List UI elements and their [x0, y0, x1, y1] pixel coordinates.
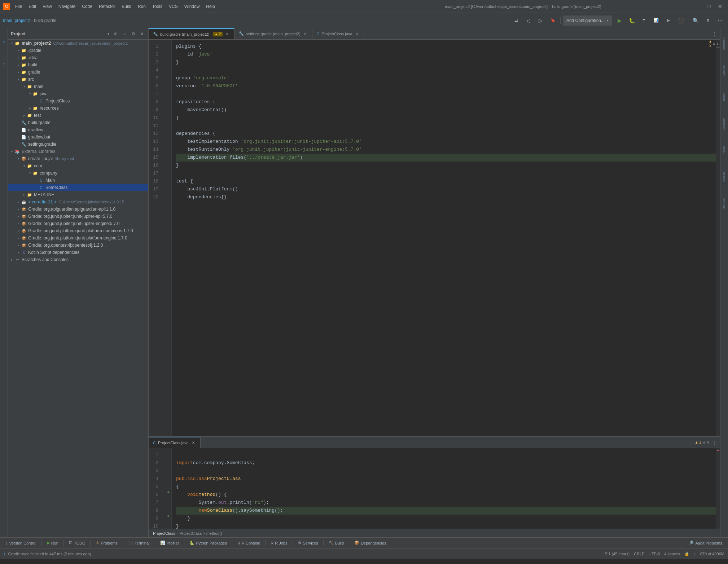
tree-item-resources[interactable]: ▸ 📁 resources — [8, 105, 148, 112]
menu-edit[interactable]: Edit — [26, 3, 39, 10]
audit-problems-button[interactable]: 🔎 Audit Problems — [686, 539, 725, 546]
dependencies-button[interactable]: 📦 Dependencies — [351, 539, 389, 546]
menu-window[interactable]: Window — [181, 3, 203, 10]
tree-item-java-dir[interactable]: ▾ 📁 java — [8, 90, 148, 97]
tab-projectclass[interactable]: C ProjectClass.java ✕ — [312, 28, 364, 39]
memory-usage[interactable]: 670 of 4096M — [700, 552, 724, 556]
tree-item-gradlewbat[interactable]: ▸ 📄 gradlew.bat — [8, 133, 148, 141]
expand-warnings[interactable]: ∧ — [713, 41, 715, 46]
collapse-warnings[interactable]: ∨ — [716, 41, 719, 46]
tree-item-platform-commons[interactable]: ▸ 📦 Gradle: org.junit.platform:junit-pla… — [8, 227, 148, 234]
tree-item-main-class[interactable]: ▸ C Main — [8, 177, 148, 184]
projectclass-editor[interactable]: 1 2 3 4 5 6 7 8 9 10 11 — [149, 448, 720, 529]
project-panel-icon[interactable]: P — [0, 31, 8, 53]
openapi-panel-icon[interactable]: OpenAPI — [721, 111, 728, 136]
menu-build[interactable]: Build — [119, 3, 134, 10]
menu-refactor[interactable]: Refactor — [96, 3, 118, 10]
tab-close-icon[interactable]: ✕ — [303, 31, 308, 36]
bookmark-icon[interactable]: 🔖 — [548, 16, 558, 26]
status-indent[interactable]: 4 spaces — [664, 552, 680, 556]
services-button[interactable]: ⚙ Services — [295, 539, 321, 546]
code-content-build-gradle[interactable]: plugins { id 'java' } group 'org.example… — [172, 40, 716, 436]
nav-up-icon[interactable]: ∧ — [703, 440, 705, 444]
tree-item-main[interactable]: ▾ 📁 main — [8, 83, 148, 90]
stop-button[interactable]: ⬛ — [676, 16, 686, 26]
tab-overflow-icon[interactable]: ⋮ — [711, 30, 718, 38]
status-position[interactable]: 15:1 (45 chars) — [603, 552, 630, 556]
notifications-panel-icon[interactable]: Notif... — [721, 138, 728, 163]
tab-overflow-icon2[interactable]: ⋮ — [711, 439, 718, 446]
menu-code[interactable]: Code — [79, 3, 95, 10]
search-everywhere-icon[interactable]: 🔍 — [690, 16, 701, 26]
r-jobs-button[interactable]: R R Jobs — [268, 540, 290, 546]
tree-item-build-dir[interactable]: ▸ 📁 build — [8, 61, 148, 69]
sciview-panel-icon[interactable]: SciView — [721, 58, 728, 83]
collapse-all-icon[interactable]: ≡ — [121, 30, 128, 38]
maximize-button[interactable]: □ — [704, 1, 714, 12]
build-gradle-editor[interactable]: 1 2 3 4 5 6 7 8 9 10 11 12 13 14 — [149, 40, 720, 436]
terminal-button[interactable]: ⬛ Terminal — [125, 539, 153, 546]
tree-item-buildgradle[interactable]: ▸ 🔧 build.gradle — [8, 119, 148, 126]
code-content-projectclass[interactable]: import com.company.SomeClass; public cla… — [172, 448, 716, 529]
more-options-icon[interactable]: ⋯ — [715, 16, 725, 26]
tree-item-src[interactable]: ▾ 📁 src — [8, 76, 148, 83]
tree-item-someclass[interactable]: ▸ C SomeClass — [8, 184, 148, 191]
update-project-icon[interactable]: ⬆ — [703, 16, 713, 26]
tree-item-test[interactable]: ▸ 📁 test — [8, 112, 148, 119]
nav-back-icon[interactable]: ◁ — [523, 16, 534, 26]
bookmarks-panel-icon[interactable]: Bookm. — [721, 164, 728, 190]
tree-item-idea[interactable]: ▸ 📁 .idea — [8, 54, 148, 61]
panel-settings-icon[interactable]: ⚙ — [130, 30, 137, 38]
gradle-panel-icon[interactable]: Gradle — [721, 84, 728, 110]
menu-run[interactable]: Run — [135, 3, 149, 10]
tree-item-apiguardian[interactable]: ▸ 📦 Gradle: org.apiguardian:apiguardian-… — [8, 206, 148, 213]
todo-button[interactable]: ☑ TODO — [66, 539, 88, 546]
profile-button[interactable]: 📊 — [651, 16, 661, 26]
menu-navigate[interactable]: Navigate — [56, 3, 78, 10]
tab-close-icon[interactable]: ✕ — [355, 31, 360, 36]
tree-item-kotlin-script[interactable]: ▸ K Kotlin Script dependencies — [8, 249, 148, 256]
minimize-button[interactable]: – — [693, 1, 703, 12]
debug-button[interactable]: 🐛 — [627, 16, 637, 26]
menu-file[interactable]: File — [12, 3, 25, 10]
run-config[interactable]: Add Configuration... ▾ — [563, 16, 612, 26]
status-encoding[interactable]: UTF-8 — [649, 552, 660, 556]
tree-item-gradle-dir[interactable]: ▸ 📁 gradle — [8, 69, 148, 76]
project-panel-dropdown[interactable]: ▾ — [108, 32, 109, 36]
tree-item-platform-engine[interactable]: ▸ 📦 Gradle: org.junit.platform:junit-pla… — [8, 234, 148, 242]
close-button[interactable]: ✕ — [715, 1, 725, 12]
tab-build-gradle[interactable]: 🔧 build.gradle (main_project2) ▲ 2 ✕ — [149, 28, 234, 39]
tree-item-createjar[interactable]: ▾ 📦 create_jar.jar library root — [8, 155, 148, 162]
tree-item-metainf[interactable]: ▸ 📁 META-INF — [8, 191, 148, 198]
tree-item-junit-engine[interactable]: ▸ 📦 Gradle: org.junit.jupiter:junit-jupi… — [8, 220, 148, 227]
menu-tools[interactable]: Tools — [149, 3, 165, 10]
menu-view[interactable]: View — [40, 3, 55, 10]
tree-item-com[interactable]: ▾ 📁 com — [8, 162, 148, 169]
database-panel-icon[interactable]: Database — [721, 31, 728, 56]
python-packages-button[interactable]: 🐍 Python Packages — [187, 539, 230, 546]
nav-forward-icon[interactable]: ▷ — [536, 16, 546, 26]
structure-panel-icon[interactable]: S — [0, 53, 8, 75]
tree-item-jdk[interactable]: ▸ ☕ < corretto-11 > C:\Users\Serge\.jdks… — [8, 198, 148, 206]
tab-settings-gradle[interactable]: 🔧 settings.gradle (main_project2) ✕ — [234, 28, 312, 39]
panel-hide-icon[interactable]: ✕ — [138, 30, 145, 38]
tree-item-root[interactable]: ▾ 📁 main_project2 C:\work\attaches\jar_i… — [8, 40, 148, 47]
tab-projectclass-bottom[interactable]: C ProjectClass.java ✕ — [149, 437, 201, 448]
status-line-ending[interactable]: CRLF — [634, 552, 644, 556]
profiler-button[interactable]: 📊 Profiler — [157, 539, 182, 546]
locate-file-icon[interactable]: ⊕ — [112, 30, 119, 38]
problems-button[interactable]: ⚠ Problems — [93, 539, 120, 546]
run-button[interactable]: ▶ — [614, 16, 624, 26]
menu-help[interactable]: Help — [203, 3, 218, 10]
tree-item-projectclass[interactable]: ▸ C ProjectClass — [8, 97, 148, 105]
run-with-button[interactable]: ▶ — [663, 16, 674, 26]
tree-item-junit-api[interactable]: ▸ 📦 Gradle: org.junit.jupiter:junit-jupi… — [8, 213, 148, 220]
tree-item-company[interactable]: ▾ 📁 company — [8, 169, 148, 177]
tree-item-gradlew[interactable]: ▸ 📄 gradlew — [8, 126, 148, 133]
tree-item-external-libs[interactable]: ▾ 📚 External Libraries — [8, 148, 148, 155]
sync-icon[interactable]: ⇄ — [511, 16, 521, 26]
run-panel-button[interactable]: ▶ Run — [44, 539, 61, 546]
tree-item-scratches[interactable]: ▸ ✏ Scratches and Consoles — [8, 256, 148, 263]
menu-vcs[interactable]: VCS — [166, 3, 181, 10]
tab-close-icon[interactable]: ✕ — [191, 440, 196, 445]
